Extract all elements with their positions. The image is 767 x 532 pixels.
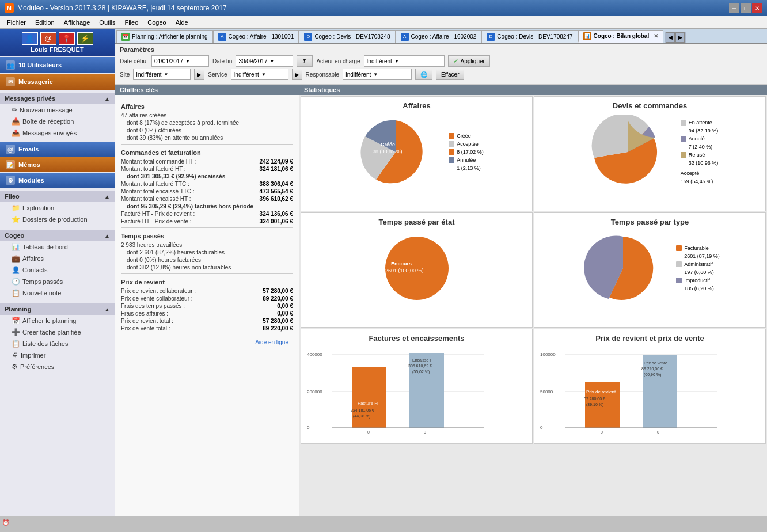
aide-en-ligne-link[interactable]: Aide en ligne xyxy=(121,337,293,348)
fact-pv-row: Facturé HT - Prix de vente : 324 001,06 … xyxy=(121,218,293,225)
inbox-icon: 📥 xyxy=(12,117,20,126)
chart-prix-revient-title: Prix de revient et prix de vente xyxy=(595,334,704,343)
tab-planning[interactable]: 📅 Planning : Afficher le planning xyxy=(116,30,213,43)
frais-temps-row: Frais des temps passés : 0,00 € xyxy=(121,302,293,310)
chart-devis-title: Devis et commandes xyxy=(613,101,687,110)
link-exploration[interactable]: 📁 Exploration xyxy=(0,202,115,214)
status-icon: ⏰ xyxy=(2,519,9,526)
link-affaires[interactable]: 💼 Affaires xyxy=(0,253,115,264)
link-imprimer[interactable]: 🖨 Imprimer xyxy=(0,349,115,361)
section-arrow-messages: ▲ xyxy=(104,96,110,102)
nav-memos[interactable]: 📝 Mémos xyxy=(0,157,115,172)
heures-total: 2 983 heures travaillées xyxy=(121,241,293,249)
svg-text:(55,02 %): (55,02 %) xyxy=(412,370,430,374)
svg-text:Prix de vente: Prix de vente xyxy=(644,361,667,365)
link-contacts[interactable]: 👤 Contacts xyxy=(0,264,115,276)
calendar-btn[interactable]: 🗓 xyxy=(297,55,313,67)
link-liste-taches[interactable]: 📋 Liste des tâches xyxy=(0,338,115,349)
svg-text:Facturé HT: Facturé HT xyxy=(358,401,381,406)
tab-devis-1708248-icon: D xyxy=(304,33,312,41)
svg-text:(39,10 %): (39,10 %) xyxy=(586,402,603,407)
users-icon: 👥 xyxy=(6,60,15,70)
link-dossiers-prod[interactable]: ⭐ Dossiers de production xyxy=(0,214,115,225)
link-boite-reception[interactable]: 📥 Boîte de réception xyxy=(0,116,115,127)
svg-text:(44,98 %): (44,98 %) xyxy=(353,414,370,419)
chart-affaires-title: Affaires xyxy=(403,101,430,110)
tab-planning-icon: 📅 xyxy=(121,33,130,41)
nav-modules[interactable]: ⚙ Modules xyxy=(0,173,115,188)
svg-text:396 610,62 €: 396 610,62 € xyxy=(408,364,432,368)
acteur-select[interactable]: Indifférent ▼ xyxy=(364,55,445,67)
stats-title: Statistiques xyxy=(299,85,767,95)
link-creer-tache[interactable]: ➕ Créer tâche planifiée xyxy=(0,326,115,338)
date-debut-input[interactable]: 01/01/2017 ▼ xyxy=(151,55,209,67)
modules-icon: ⚙ xyxy=(6,176,15,185)
section-cogeo[interactable]: Cogeo ▲ xyxy=(0,230,115,241)
menu-affichage[interactable]: Affichage xyxy=(59,18,95,27)
tab-devis-1708247[interactable]: D Cogeo : Devis - DEV1708247 xyxy=(481,30,578,43)
site-select[interactable]: Indifférent ▼ xyxy=(133,69,191,80)
nav-emails[interactable]: @ Emails xyxy=(0,142,115,157)
encaisse-pct: dont 301 305,33 € (92,9%) encaissés xyxy=(121,173,293,180)
effacer-button[interactable]: Effacer xyxy=(436,69,465,80)
tab-nav-next[interactable]: ▶ xyxy=(675,32,685,43)
tab-affaire-1301001[interactable]: A Cogeo : Affaire - 1301001 xyxy=(213,30,299,43)
tab-bilan-icon: 📊 xyxy=(583,32,591,40)
link-nouveau-message[interactable]: ✏ Nouveau message xyxy=(0,104,115,116)
nav-utilisateurs[interactable]: 👥 10 Utilisateurs xyxy=(0,57,115,73)
responsable-select[interactable]: Indifférent ▼ xyxy=(343,69,412,80)
maximize-button[interactable]: □ xyxy=(741,3,751,13)
appliquer-button[interactable]: ✓ Appliquer xyxy=(448,55,490,67)
link-temps-passes[interactable]: 🕐 Temps passés xyxy=(0,276,115,287)
affaires-pie-svg: Créée 38 (80,85 %) xyxy=(350,115,442,189)
prefs-icon: ⚙ xyxy=(12,363,18,371)
tab-close-bilan[interactable]: ✕ xyxy=(654,33,658,39)
nav-messagerie[interactable]: ✉ Messagerie xyxy=(0,74,115,90)
section-planning[interactable]: Planning ▲ xyxy=(0,303,115,315)
menu-fichier[interactable]: Fichier xyxy=(2,18,31,27)
sent-icon: 📤 xyxy=(12,129,20,137)
date-fin-input[interactable]: 30/09/2017 ▼ xyxy=(236,55,293,67)
site-label: Site xyxy=(120,71,130,78)
site-nav-btn[interactable]: ▶ xyxy=(194,69,204,80)
svg-text:2601 (100,00 %): 2601 (100,00 %) xyxy=(385,268,424,273)
detail-cloturees: dont 0 (0%) clôturées xyxy=(121,127,293,134)
temps-type-pie-svg xyxy=(580,231,669,306)
service-select[interactable]: Indifférent ▼ xyxy=(231,69,288,80)
tab-nav-prev[interactable]: ◀ xyxy=(666,32,675,43)
section-fileo[interactable]: Fileo ▲ xyxy=(0,191,115,202)
responsable-label: Responsable xyxy=(306,71,339,78)
menu-bar: Fichier Edition Affichage Outils Fileo C… xyxy=(0,16,767,29)
star-icon: ⭐ xyxy=(12,215,20,223)
link-tableau-de-bord[interactable]: 📊 Tableau de bord xyxy=(0,241,115,253)
service-nav-btn[interactable]: ▶ xyxy=(292,69,302,80)
section-arrow-planning: ▲ xyxy=(104,306,110,313)
menu-cogeo[interactable]: Cogeo xyxy=(143,18,170,27)
tab-bilan-global[interactable]: 📊 Cogeo : Bilan global ✕ xyxy=(578,30,664,43)
link-nouvelle-note[interactable]: 📋 Nouvelle note xyxy=(0,287,115,299)
svg-text:38 (80,85 %): 38 (80,85 %) xyxy=(373,149,403,154)
section-messages[interactable]: Messages privés ▲ xyxy=(0,93,115,104)
tab-devis-1708248[interactable]: D Cogeo : Devis - DEV1708248 xyxy=(299,30,395,43)
tab-affaire-1602002[interactable]: A Cogeo : Affaire - 1602002 xyxy=(396,30,482,43)
link-afficher-planning[interactable]: 📅 Afficher le planning xyxy=(0,315,115,326)
link-preferences[interactable]: ⚙ Préférences xyxy=(0,361,115,373)
minimize-button[interactable]: ─ xyxy=(729,3,739,13)
app-title: Moduleo - Version 2017.3.28 | KIPAWARE, … xyxy=(17,4,227,12)
heures-non-fact: dont 382 (12,8%) heures non facturables xyxy=(121,264,293,271)
menu-fileo[interactable]: Fileo xyxy=(120,18,143,27)
menu-edition[interactable]: Edition xyxy=(31,18,59,27)
chart-temps-etat-title: Temps passé par état xyxy=(379,218,455,226)
section-arrow-fileo: ▲ xyxy=(104,193,110,200)
menu-outils[interactable]: Outils xyxy=(94,18,120,27)
devis-pie-svg xyxy=(582,115,674,189)
close-button[interactable]: ✕ xyxy=(752,3,762,13)
globe-btn[interactable]: 🌐 xyxy=(415,69,432,80)
menu-aide[interactable]: Aide xyxy=(171,18,193,27)
svg-text:200000: 200000 xyxy=(307,389,322,394)
frais-aff-row: Frais des affaires : 0,00 € xyxy=(121,310,293,317)
clock-icon: 🕐 xyxy=(12,278,20,286)
link-messages-envoyes[interactable]: 📤 Messages envoyés xyxy=(0,127,115,139)
service-label: Service xyxy=(208,71,227,78)
svg-text:89 220,00 €: 89 220,00 € xyxy=(641,367,663,371)
